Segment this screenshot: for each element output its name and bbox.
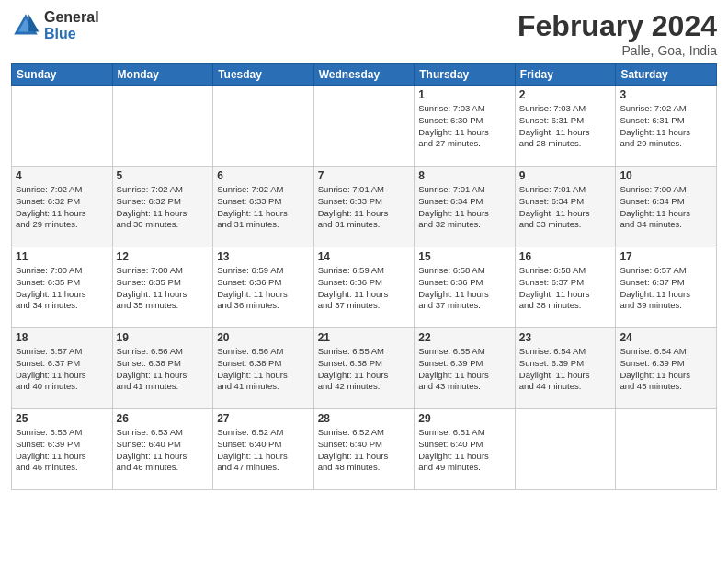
day-info: Sunrise: 7:02 AM Sunset: 6:33 PM Dayligh… — [217, 184, 310, 231]
day-info: Sunrise: 7:01 AM Sunset: 6:33 PM Dayligh… — [318, 184, 411, 231]
day-info: Sunrise: 7:02 AM Sunset: 6:32 PM Dayligh… — [16, 184, 108, 231]
day-number: 25 — [16, 412, 108, 425]
day-info: Sunrise: 7:02 AM Sunset: 6:31 PM Dayligh… — [620, 103, 712, 150]
header: General Blue February 2024 Palle, Goa, I… — [11, 9, 717, 58]
calendar-cell: 2Sunrise: 7:03 AM Sunset: 6:31 PM Daylig… — [515, 86, 616, 167]
day-info: Sunrise: 6:53 AM Sunset: 6:40 PM Dayligh… — [117, 427, 210, 474]
calendar-cell: 13Sunrise: 6:59 AM Sunset: 6:36 PM Dayli… — [213, 247, 314, 328]
calendar-cell: 18Sunrise: 6:57 AM Sunset: 6:37 PM Dayli… — [12, 328, 113, 409]
day-info: Sunrise: 7:00 AM Sunset: 6:35 PM Dayligh… — [16, 265, 108, 312]
day-number: 24 — [620, 331, 712, 344]
calendar-cell: 11Sunrise: 7:00 AM Sunset: 6:35 PM Dayli… — [12, 247, 113, 328]
calendar-cell — [616, 409, 717, 490]
calendar-cell: 17Sunrise: 6:57 AM Sunset: 6:37 PM Dayli… — [616, 247, 717, 328]
day-number: 19 — [117, 331, 210, 344]
calendar-cell: 24Sunrise: 6:54 AM Sunset: 6:39 PM Dayli… — [616, 328, 717, 409]
calendar-header-row: SundayMondayTuesdayWednesdayThursdayFrid… — [12, 64, 717, 86]
day-number: 29 — [418, 412, 511, 425]
calendar-cell: 26Sunrise: 6:53 AM Sunset: 6:40 PM Dayli… — [112, 409, 213, 490]
day-number: 3 — [620, 88, 712, 101]
day-info: Sunrise: 6:58 AM Sunset: 6:36 PM Dayligh… — [418, 265, 511, 312]
day-number: 8 — [418, 169, 511, 182]
calendar-cell: 7Sunrise: 7:01 AM Sunset: 6:33 PM Daylig… — [313, 167, 415, 247]
calendar-cell: 15Sunrise: 6:58 AM Sunset: 6:36 PM Dayli… — [415, 247, 516, 328]
day-number: 15 — [418, 250, 511, 263]
calendar-cell: 14Sunrise: 6:59 AM Sunset: 6:36 PM Dayli… — [313, 247, 415, 328]
calendar-cell: 23Sunrise: 6:54 AM Sunset: 6:39 PM Dayli… — [515, 328, 616, 409]
logo-blue-text: Blue — [44, 26, 99, 42]
day-number: 7 — [318, 169, 411, 182]
day-number: 6 — [217, 169, 310, 182]
calendar-cell: 28Sunrise: 6:52 AM Sunset: 6:40 PM Dayli… — [313, 409, 415, 490]
day-info: Sunrise: 6:57 AM Sunset: 6:37 PM Dayligh… — [620, 265, 712, 312]
week-row-2: 4Sunrise: 7:02 AM Sunset: 6:32 PM Daylig… — [12, 167, 717, 247]
day-info: Sunrise: 7:02 AM Sunset: 6:32 PM Dayligh… — [117, 184, 210, 231]
col-header-saturday: Saturday — [616, 64, 717, 86]
calendar-cell: 25Sunrise: 6:53 AM Sunset: 6:39 PM Dayli… — [12, 409, 113, 490]
day-number: 18 — [16, 331, 108, 344]
day-info: Sunrise: 7:00 AM Sunset: 6:34 PM Dayligh… — [620, 184, 712, 231]
calendar-cell: 16Sunrise: 6:58 AM Sunset: 6:37 PM Dayli… — [515, 247, 616, 328]
day-info: Sunrise: 6:56 AM Sunset: 6:38 PM Dayligh… — [117, 346, 210, 393]
location: Palle, Goa, India — [518, 43, 717, 58]
day-number: 13 — [217, 250, 310, 263]
calendar-cell — [313, 86, 415, 167]
logo-icon — [11, 11, 40, 40]
day-number: 1 — [418, 88, 511, 101]
calendar-cell: 5Sunrise: 7:02 AM Sunset: 6:32 PM Daylig… — [112, 167, 213, 247]
day-info: Sunrise: 6:57 AM Sunset: 6:37 PM Dayligh… — [16, 346, 108, 393]
calendar-cell: 4Sunrise: 7:02 AM Sunset: 6:32 PM Daylig… — [12, 167, 113, 247]
calendar-cell: 10Sunrise: 7:00 AM Sunset: 6:34 PM Dayli… — [616, 167, 717, 247]
calendar-cell — [515, 409, 616, 490]
day-number: 16 — [519, 250, 612, 263]
logo-general-text: General — [44, 9, 99, 26]
day-info: Sunrise: 7:03 AM Sunset: 6:31 PM Dayligh… — [519, 103, 612, 150]
calendar-cell: 6Sunrise: 7:02 AM Sunset: 6:33 PM Daylig… — [213, 167, 314, 247]
day-number: 14 — [318, 250, 411, 263]
day-number: 11 — [16, 250, 108, 263]
day-number: 22 — [418, 331, 511, 344]
calendar-cell: 8Sunrise: 7:01 AM Sunset: 6:34 PM Daylig… — [415, 167, 516, 247]
day-info: Sunrise: 7:03 AM Sunset: 6:30 PM Dayligh… — [418, 103, 511, 150]
week-row-4: 18Sunrise: 6:57 AM Sunset: 6:37 PM Dayli… — [12, 328, 717, 409]
calendar-cell — [213, 86, 314, 167]
day-number: 4 — [16, 169, 108, 182]
month-title: February 2024 — [518, 9, 717, 43]
day-info: Sunrise: 6:52 AM Sunset: 6:40 PM Dayligh… — [318, 427, 411, 474]
day-info: Sunrise: 6:54 AM Sunset: 6:39 PM Dayligh… — [519, 346, 612, 393]
day-number: 5 — [117, 169, 210, 182]
logo: General Blue — [11, 9, 99, 41]
week-row-1: 1Sunrise: 7:03 AM Sunset: 6:30 PM Daylig… — [12, 86, 717, 167]
week-row-3: 11Sunrise: 7:00 AM Sunset: 6:35 PM Dayli… — [12, 247, 717, 328]
day-info: Sunrise: 6:52 AM Sunset: 6:40 PM Dayligh… — [217, 427, 310, 474]
calendar-cell: 20Sunrise: 6:56 AM Sunset: 6:38 PM Dayli… — [213, 328, 314, 409]
day-info: Sunrise: 6:53 AM Sunset: 6:39 PM Dayligh… — [16, 427, 108, 474]
calendar-cell: 27Sunrise: 6:52 AM Sunset: 6:40 PM Dayli… — [213, 409, 314, 490]
col-header-monday: Monday — [112, 64, 213, 86]
day-info: Sunrise: 6:55 AM Sunset: 6:39 PM Dayligh… — [418, 346, 511, 393]
calendar: SundayMondayTuesdayWednesdayThursdayFrid… — [11, 63, 717, 490]
day-number: 21 — [318, 331, 411, 344]
day-info: Sunrise: 7:01 AM Sunset: 6:34 PM Dayligh… — [418, 184, 511, 231]
day-info: Sunrise: 6:51 AM Sunset: 6:40 PM Dayligh… — [418, 427, 511, 474]
day-info: Sunrise: 6:59 AM Sunset: 6:36 PM Dayligh… — [217, 265, 310, 312]
day-info: Sunrise: 6:58 AM Sunset: 6:37 PM Dayligh… — [519, 265, 612, 312]
day-number: 20 — [217, 331, 310, 344]
day-info: Sunrise: 6:56 AM Sunset: 6:38 PM Dayligh… — [217, 346, 310, 393]
day-info: Sunrise: 6:54 AM Sunset: 6:39 PM Dayligh… — [620, 346, 712, 393]
day-info: Sunrise: 7:01 AM Sunset: 6:34 PM Dayligh… — [519, 184, 612, 231]
day-number: 26 — [117, 412, 210, 425]
day-number: 2 — [519, 88, 612, 101]
day-number: 17 — [620, 250, 712, 263]
day-number: 27 — [217, 412, 310, 425]
svg-marker-2 — [28, 14, 39, 31]
day-info: Sunrise: 6:59 AM Sunset: 6:36 PM Dayligh… — [318, 265, 411, 312]
title-block: February 2024 Palle, Goa, India — [518, 9, 717, 58]
col-header-wednesday: Wednesday — [313, 64, 415, 86]
week-row-5: 25Sunrise: 6:53 AM Sunset: 6:39 PM Dayli… — [12, 409, 717, 490]
calendar-cell: 1Sunrise: 7:03 AM Sunset: 6:30 PM Daylig… — [415, 86, 516, 167]
day-number: 10 — [620, 169, 712, 182]
calendar-cell: 12Sunrise: 7:00 AM Sunset: 6:35 PM Dayli… — [112, 247, 213, 328]
calendar-cell: 29Sunrise: 6:51 AM Sunset: 6:40 PM Dayli… — [415, 409, 516, 490]
calendar-cell — [112, 86, 213, 167]
